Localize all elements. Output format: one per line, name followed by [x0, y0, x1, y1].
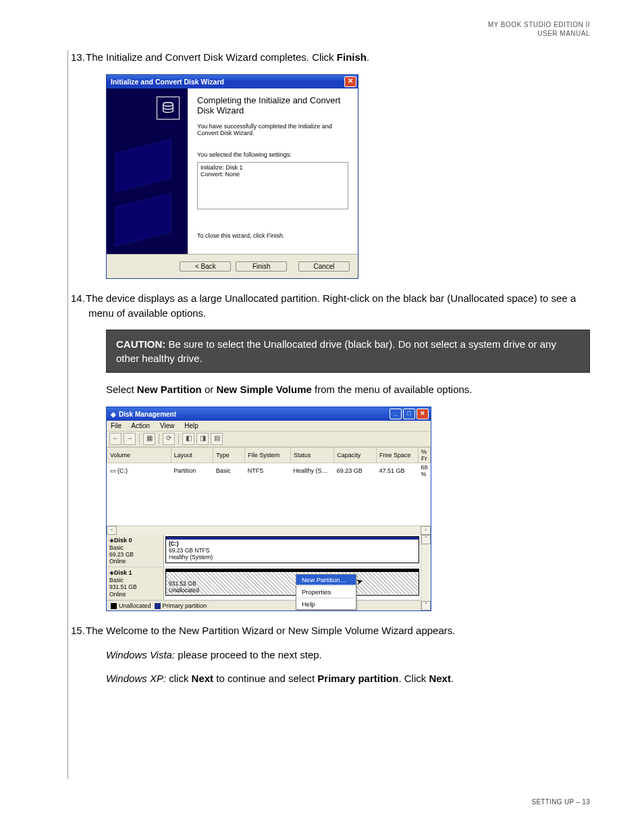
wizard-titlebar: Initialize and Convert Disk Wizard ✕ — [107, 75, 358, 88]
step-14: 14.The device displays as a large Unallo… — [88, 291, 590, 321]
svg-point-0 — [163, 103, 173, 107]
scroll-down-icon[interactable]: ˅ — [421, 601, 431, 610]
step-15: 15.The Welcome to the New Partition Wiza… — [88, 623, 590, 638]
cancel-button[interactable]: Cancel — [298, 261, 350, 271]
page-footer: SETTING UP – 13 — [54, 798, 590, 806]
minimize-icon[interactable]: _ — [390, 409, 402, 419]
dm-titlebar: ◈ Disk Management _ □ ✕ — [107, 407, 431, 421]
step-number: 15. — [71, 623, 86, 638]
close-icon[interactable]: ✕ — [417, 409, 429, 419]
disk-1-row: ◈Disk 1 Basic 931.51 GB Online 931.52 GB — [107, 567, 421, 600]
toolbar-icon[interactable]: ◨ — [196, 433, 209, 445]
column-headers: Volume Layout Type File System Status Ca… — [107, 448, 431, 463]
forward-arrow-icon[interactable]: → — [124, 433, 136, 445]
scroll-up-icon[interactable]: ˄ — [421, 535, 431, 544]
page-header: MY BOOK STUDIO EDITION II USER MANUAL — [54, 20, 590, 38]
content-column: 13.The Initialize and Convert Disk Wizar… — [68, 50, 590, 779]
step-13: 13.The Initialize and Convert Disk Wizar… — [88, 50, 590, 65]
wizard-settings-box: Initialize: Disk 1 Convert: None — [197, 162, 348, 209]
dm-title: Disk Management — [119, 411, 176, 418]
menu-file[interactable]: File — [111, 422, 122, 429]
wizard-heading: Completing the Initialize and Convert Di… — [197, 95, 348, 116]
toolbar-icon[interactable]: ▦ — [143, 433, 155, 445]
wizard-sidebar-graphic — [107, 88, 188, 254]
dm-toolbar: ← → ▦ ⟳ ◧ ◨ ▤ — [107, 432, 431, 447]
dm-legend: Unallocated Primary partition — [107, 600, 421, 610]
disk-0-label[interactable]: ◈Disk 0 Basic 69.23 GB Online — [107, 535, 164, 567]
scroll-right-icon[interactable]: › — [421, 526, 431, 535]
menu-properties[interactable]: Properties — [296, 587, 356, 597]
disk-stack-icon — [157, 97, 180, 120]
menu-new-partition[interactable]: New Partition... — [296, 575, 356, 585]
context-menu: New Partition... Properties Help — [296, 574, 356, 610]
close-icon[interactable]: ✕ — [344, 76, 356, 87]
dm-menubar: File Action View Help — [107, 421, 431, 432]
step-15-vista: Windows Vista: please proceed to the nex… — [106, 648, 590, 662]
disk-1-label[interactable]: ◈Disk 1 Basic 931.51 GB Online — [107, 567, 164, 599]
vertical-scrollbar[interactable]: ˄ ˅ — [421, 535, 431, 610]
disk-0-volume[interactable]: (C:) 69.23 GB NTFS Healthy (System) — [165, 536, 419, 563]
wizard-success-text: You have successfully completed the Init… — [197, 123, 348, 136]
caution-label: CAUTION: — [116, 338, 165, 350]
menu-action[interactable]: Action — [131, 422, 150, 429]
wizard-settings-label: You selected the following settings: — [197, 151, 348, 158]
select-instruction: Select New Partition or New Simple Volum… — [106, 382, 590, 397]
app-icon: ◈ — [111, 411, 116, 418]
menu-view[interactable]: View — [160, 422, 175, 429]
back-button[interactable]: < Back — [180, 261, 231, 271]
toolbar-icon[interactable]: ▤ — [211, 433, 223, 445]
maximize-icon[interactable]: □ — [403, 409, 415, 419]
finish-button[interactable]: Finish — [236, 261, 287, 271]
wizard-close-hint: To close this wizard, click Finish. — [197, 232, 348, 239]
disk-0-row: ◈Disk 0 Basic 69.23 GB Online (C:) 69.23… — [107, 535, 421, 567]
step-15-xp: Windows XP: click Next to continue and s… — [106, 671, 590, 686]
wizard-title: Initialize and Convert Disk Wizard — [111, 78, 224, 86]
back-arrow-icon[interactable]: ← — [109, 433, 122, 445]
step-number: 13. — [71, 50, 86, 65]
toolbar-icon[interactable]: ◧ — [182, 433, 194, 445]
step-number: 14. — [71, 291, 86, 306]
refresh-icon[interactable]: ⟳ — [163, 433, 175, 445]
wizard-button-row: < Back Finish Cancel — [107, 254, 358, 278]
wizard-dialog: Initialize and Convert Disk Wizard ✕ Com… — [106, 74, 358, 279]
disk-1-unallocated[interactable]: 931.52 GB Unallocated — [165, 569, 419, 596]
volume-row[interactable]: ▭ (C:) Partition Basic NTFS Healthy (S… … — [107, 463, 431, 479]
dm-disk-graphics: ◈Disk 0 Basic 69.23 GB Online (C:) 69.23… — [107, 535, 431, 610]
horizontal-scrollbar[interactable]: ‹ › — [107, 526, 431, 535]
disk-management-window: ◈ Disk Management _ □ ✕ File Action View… — [106, 407, 431, 611]
menu-help[interactable]: Help — [296, 599, 356, 609]
dm-volume-list: Volume Layout Type File System Status Ca… — [107, 447, 431, 526]
scroll-left-icon[interactable]: ‹ — [107, 526, 117, 535]
menu-help[interactable]: Help — [184, 422, 198, 429]
caution-box: CAUTION: Be sure to select the Unallocat… — [106, 330, 590, 373]
